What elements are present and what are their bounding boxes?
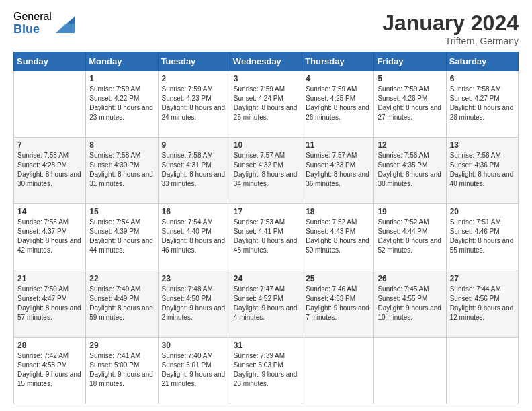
svg-marker-1 bbox=[56, 24, 75, 33]
header-sunday: Sunday bbox=[14, 52, 86, 71]
calendar-week-row: 7 Sunrise: 7:58 AM Sunset: 4:28 PM Dayli… bbox=[14, 138, 519, 204]
sunrise-text: Sunrise: 7:58 AM bbox=[450, 85, 501, 93]
daylight-text: Daylight: 9 hours and 21 minutes. bbox=[162, 371, 226, 387]
daylight-text: Daylight: 8 hours and 44 minutes. bbox=[89, 237, 153, 254]
sunrise-text: Sunrise: 7:58 AM bbox=[162, 152, 213, 159]
sunrise-text: Sunrise: 7:59 AM bbox=[234, 85, 285, 93]
day-number: 23 bbox=[162, 274, 226, 283]
day-number: 14 bbox=[17, 207, 82, 216]
daylight-text: Daylight: 8 hours and 34 minutes. bbox=[234, 171, 298, 187]
day-detail: Sunrise: 7:58 AM Sunset: 4:28 PM Dayligh… bbox=[17, 151, 82, 189]
day-detail: Sunrise: 7:39 AM Sunset: 5:03 PM Dayligh… bbox=[234, 351, 298, 389]
table-row: 6 Sunrise: 7:58 AM Sunset: 4:27 PM Dayli… bbox=[446, 71, 518, 138]
day-number: 27 bbox=[450, 274, 515, 283]
day-number: 21 bbox=[17, 274, 82, 283]
sunset-text: Sunset: 5:01 PM bbox=[162, 361, 212, 369]
day-detail: Sunrise: 7:52 AM Sunset: 4:44 PM Dayligh… bbox=[378, 218, 442, 255]
sunrise-text: Sunrise: 7:40 AM bbox=[162, 352, 213, 359]
table-row: 17 Sunrise: 7:53 AM Sunset: 4:41 PM Dayl… bbox=[230, 204, 302, 271]
calendar-table: Sunday Monday Tuesday Wednesday Thursday… bbox=[13, 52, 519, 404]
day-number: 22 bbox=[89, 274, 154, 283]
daylight-text: Daylight: 8 hours and 36 minutes. bbox=[306, 171, 369, 187]
day-number: 3 bbox=[234, 74, 298, 83]
sunset-text: Sunset: 4:41 PM bbox=[234, 228, 283, 235]
table-row: 18 Sunrise: 7:52 AM Sunset: 4:43 PM Dayl… bbox=[302, 204, 374, 271]
sunrise-text: Sunrise: 7:54 AM bbox=[89, 218, 140, 226]
sunrise-text: Sunrise: 7:49 AM bbox=[89, 285, 140, 293]
day-detail: Sunrise: 7:41 AM Sunset: 5:00 PM Dayligh… bbox=[89, 351, 154, 389]
sunrise-text: Sunrise: 7:57 AM bbox=[234, 152, 285, 159]
table-row: 5 Sunrise: 7:59 AM Sunset: 4:26 PM Dayli… bbox=[374, 71, 446, 138]
day-detail: Sunrise: 7:51 AM Sunset: 4:46 PM Dayligh… bbox=[450, 218, 515, 255]
sunrise-text: Sunrise: 7:44 AM bbox=[450, 285, 501, 293]
daylight-text: Daylight: 8 hours and 46 minutes. bbox=[162, 237, 226, 254]
sunset-text: Sunset: 4:22 PM bbox=[89, 95, 139, 102]
sunset-text: Sunset: 5:03 PM bbox=[234, 361, 283, 369]
day-detail: Sunrise: 7:58 AM Sunset: 4:30 PM Dayligh… bbox=[89, 151, 154, 189]
logo: General Blue bbox=[13, 11, 75, 36]
sunrise-text: Sunrise: 7:52 AM bbox=[306, 218, 357, 226]
day-number: 30 bbox=[162, 340, 226, 350]
sunset-text: Sunset: 4:46 PM bbox=[450, 228, 500, 235]
daylight-text: Daylight: 8 hours and 52 minutes. bbox=[378, 237, 441, 254]
table-row: 29 Sunrise: 7:41 AM Sunset: 5:00 PM Dayl… bbox=[86, 337, 158, 404]
day-number: 9 bbox=[162, 140, 226, 150]
day-detail: Sunrise: 7:49 AM Sunset: 4:49 PM Dayligh… bbox=[89, 285, 154, 322]
sunset-text: Sunset: 4:23 PM bbox=[162, 95, 212, 102]
table-row: 24 Sunrise: 7:47 AM Sunset: 4:52 PM Dayl… bbox=[230, 271, 302, 337]
day-number: 16 bbox=[162, 207, 226, 216]
daylight-text: Daylight: 8 hours and 38 minutes. bbox=[378, 171, 441, 187]
table-row bbox=[374, 337, 446, 404]
day-detail: Sunrise: 7:52 AM Sunset: 4:43 PM Dayligh… bbox=[306, 218, 370, 255]
table-row bbox=[302, 337, 374, 404]
daylight-text: Daylight: 8 hours and 59 minutes. bbox=[89, 304, 153, 321]
table-row: 2 Sunrise: 7:59 AM Sunset: 4:23 PM Dayli… bbox=[158, 71, 230, 138]
table-row: 15 Sunrise: 7:54 AM Sunset: 4:39 PM Dayl… bbox=[86, 204, 158, 271]
sunrise-text: Sunrise: 7:56 AM bbox=[378, 152, 429, 159]
table-row: 10 Sunrise: 7:57 AM Sunset: 4:32 PM Dayl… bbox=[230, 138, 302, 204]
title-block: January 2024 Triftern, Germany bbox=[382, 11, 519, 46]
table-row: 14 Sunrise: 7:55 AM Sunset: 4:37 PM Dayl… bbox=[14, 204, 86, 271]
day-detail: Sunrise: 7:53 AM Sunset: 4:41 PM Dayligh… bbox=[234, 218, 298, 255]
sunrise-text: Sunrise: 7:56 AM bbox=[450, 152, 501, 159]
sunset-text: Sunset: 4:24 PM bbox=[234, 95, 283, 102]
daylight-text: Daylight: 9 hours and 15 minutes. bbox=[17, 371, 81, 387]
daylight-text: Daylight: 8 hours and 30 minutes. bbox=[17, 171, 81, 187]
sunrise-text: Sunrise: 7:55 AM bbox=[17, 218, 69, 226]
sunrise-text: Sunrise: 7:52 AM bbox=[378, 218, 429, 226]
day-number: 26 bbox=[378, 274, 442, 283]
sunset-text: Sunset: 4:55 PM bbox=[378, 295, 427, 302]
logo-general: General bbox=[13, 11, 52, 23]
calendar-week-row: 14 Sunrise: 7:55 AM Sunset: 4:37 PM Dayl… bbox=[14, 204, 519, 271]
header-friday: Friday bbox=[374, 52, 446, 71]
daylight-text: Daylight: 8 hours and 40 minutes. bbox=[450, 171, 514, 187]
daylight-text: Daylight: 8 hours and 28 minutes. bbox=[450, 104, 514, 121]
day-detail: Sunrise: 7:59 AM Sunset: 4:23 PM Dayligh… bbox=[162, 85, 226, 122]
day-detail: Sunrise: 7:54 AM Sunset: 4:40 PM Dayligh… bbox=[162, 218, 226, 255]
header-monday: Monday bbox=[86, 52, 158, 71]
day-number: 31 bbox=[234, 340, 298, 350]
table-row: 19 Sunrise: 7:52 AM Sunset: 4:44 PM Dayl… bbox=[374, 204, 446, 271]
page: General Blue January 2024 Triftern, Germ… bbox=[0, 0, 532, 411]
daylight-text: Daylight: 8 hours and 31 minutes. bbox=[89, 171, 153, 187]
daylight-text: Daylight: 9 hours and 10 minutes. bbox=[378, 304, 441, 321]
table-row: 22 Sunrise: 7:49 AM Sunset: 4:49 PM Dayl… bbox=[86, 271, 158, 337]
day-detail: Sunrise: 7:56 AM Sunset: 4:35 PM Dayligh… bbox=[378, 151, 442, 189]
table-row bbox=[14, 71, 86, 138]
table-row: 12 Sunrise: 7:56 AM Sunset: 4:35 PM Dayl… bbox=[374, 138, 446, 204]
sunset-text: Sunset: 4:36 PM bbox=[450, 161, 500, 169]
day-detail: Sunrise: 7:59 AM Sunset: 4:25 PM Dayligh… bbox=[306, 85, 370, 122]
table-row: 23 Sunrise: 7:48 AM Sunset: 4:50 PM Dayl… bbox=[158, 271, 230, 337]
day-detail: Sunrise: 7:59 AM Sunset: 4:22 PM Dayligh… bbox=[89, 85, 154, 122]
table-row: 9 Sunrise: 7:58 AM Sunset: 4:31 PM Dayli… bbox=[158, 138, 230, 204]
day-number: 13 bbox=[450, 140, 515, 150]
sunset-text: Sunset: 4:33 PM bbox=[306, 161, 355, 169]
sunrise-text: Sunrise: 7:53 AM bbox=[234, 218, 285, 226]
day-number: 11 bbox=[306, 140, 370, 150]
daylight-text: Daylight: 8 hours and 24 minutes. bbox=[162, 104, 226, 121]
sunrise-text: Sunrise: 7:59 AM bbox=[306, 85, 357, 93]
day-number: 8 bbox=[89, 140, 154, 150]
daylight-text: Daylight: 9 hours and 2 minutes. bbox=[162, 304, 226, 321]
sunset-text: Sunset: 4:27 PM bbox=[450, 95, 500, 102]
table-row: 1 Sunrise: 7:59 AM Sunset: 4:22 PM Dayli… bbox=[86, 71, 158, 138]
